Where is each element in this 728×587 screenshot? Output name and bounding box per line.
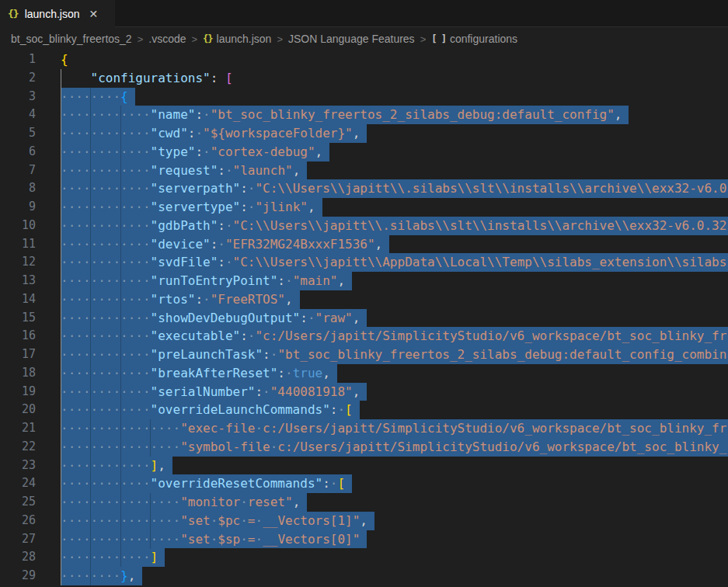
code-line[interactable]: 3········{: [0, 88, 728, 106]
line-number: 21: [0, 419, 36, 438]
code-line[interactable]: 20············"overrideLaunchCommands":·…: [0, 401, 728, 419]
code-line[interactable]: 18············"breakAfterReset":·true,: [0, 364, 728, 383]
code-line[interactable]: 4············"name":·"bt_soc_blinky_free…: [0, 106, 728, 124]
line-content: ················"monitor·reset",: [61, 493, 307, 512]
selection-highlight: ············"gdbPath":·"C:\\Users\\japit…: [61, 217, 728, 235]
code-line[interactable]: 9············"servertype":·"jlink",: [0, 198, 728, 217]
line-content: ············"showDevDebugOutput":·"raw",: [61, 309, 367, 328]
code-line[interactable]: 10············"gdbPath":·"C:\\Users\\jap…: [0, 217, 728, 235]
line-content: ············"executable":·"c:/Users/japi…: [61, 327, 728, 346]
code-line[interactable]: 8············"serverpath":·"C:\\Users\\j…: [0, 179, 728, 198]
breadcrumb-label: launch.json: [217, 33, 272, 45]
tab-launch-json[interactable]: {} launch.json ✕: [0, 0, 115, 27]
code-line[interactable]: 24············"overrideResetCommands":·[: [0, 474, 728, 493]
tab-title: launch.json: [25, 8, 80, 20]
code-line[interactable]: 13············"runToEntryPoint":·"main",: [0, 272, 728, 290]
line-content: ············"svdFile":·"C:\\Users\\japit…: [61, 253, 728, 272]
indent-guide: [61, 69, 61, 585]
line-content: ············"servertype":·"jlink",: [61, 198, 322, 217]
breadcrumb-item[interactable]: bt_soc_blinky_freertos_2: [11, 33, 132, 45]
indent-guide: [150, 493, 151, 548]
selection-highlight: ············"showDevDebugOutput":·"raw",: [61, 309, 367, 328]
line-number: 29: [0, 567, 36, 585]
line-content: ········{: [61, 88, 135, 106]
code-line[interactable]: 5············"cwd":·"${workspaceFolder}"…: [0, 124, 728, 143]
line-number: 2: [0, 69, 36, 88]
line-number: 14: [0, 290, 36, 309]
code-line[interactable]: 26················"set·$pc·=·__Vectors[1…: [0, 512, 728, 530]
line-content: ············"overrideResetCommands":·[: [61, 474, 352, 493]
line-number: 26: [0, 512, 36, 530]
selection-highlight: ············"device":·"EFR32MG24BxxxF153…: [61, 235, 389, 254]
code-line[interactable]: 21················"exec-file·c:/Users/ja…: [0, 419, 728, 438]
line-number: 10: [0, 217, 36, 235]
line-content: ············"cwd":·"${workspaceFolder}",: [61, 124, 367, 143]
chevron-right-icon: >: [277, 33, 283, 45]
selection-highlight: ············],: [61, 457, 172, 475]
selection-highlight: ············"runToEntryPoint":·"main",: [61, 272, 352, 290]
selection-highlight: ················"set·$pc·=·__Vectors[1]"…: [61, 512, 374, 530]
tab-close-icon[interactable]: ✕: [89, 8, 98, 20]
code-line[interactable]: 7············"request":·"launch",: [0, 162, 728, 180]
code-line[interactable]: 16············"executable":·"c:/Users/ja…: [0, 327, 728, 346]
line-content: ············]: [61, 548, 165, 567]
line-content: ············"gdbPath":·"C:\\Users\\japit…: [61, 217, 728, 235]
code-line[interactable]: 12············"svdFile":·"C:\\Users\\jap…: [0, 253, 728, 272]
code-line[interactable]: 22················"symbol-file·c:/Users/…: [0, 438, 728, 457]
selection-highlight: ········},: [61, 567, 142, 585]
line-number: 22: [0, 438, 36, 457]
json-file-icon: {}: [8, 8, 19, 19]
selection-highlight: ············"overrideLaunchCommands":·[: [61, 401, 360, 419]
indent-guide: [90, 88, 91, 586]
line-content: ················"set·$sp·=·__Vectors[0]": [61, 530, 367, 549]
breadcrumb-label: bt_soc_blinky_freertos_2: [11, 33, 132, 45]
line-number: 25: [0, 493, 36, 512]
selection-highlight: ················"exec-file·c:/Users/japi…: [61, 419, 728, 438]
json-file-icon: {}: [203, 33, 212, 44]
code-line[interactable]: 1{: [0, 50, 728, 69]
line-content: ················"set·$pc·=·__Vectors[1]"…: [61, 512, 374, 530]
code-line[interactable]: 29········},: [0, 567, 728, 585]
line-content: ············"serialNumber":·"440081918",: [61, 383, 367, 401]
code-line[interactable]: 14············"rtos":·"FreeRTOS",: [0, 290, 728, 309]
chevron-right-icon: >: [192, 33, 198, 45]
line-content: ············"name":·"bt_soc_blinky_freer…: [61, 106, 629, 124]
line-content: ············"runToEntryPoint":·"main",: [61, 272, 352, 290]
code-line[interactable]: 2 "configurations": [: [0, 69, 728, 88]
line-number: 12: [0, 253, 36, 272]
code-line[interactable]: 23············],: [0, 457, 728, 475]
selection-highlight: ············"cwd":·"${workspaceFolder}",: [61, 124, 367, 143]
breadcrumb-item[interactable]: .vscode: [148, 33, 186, 45]
code-line[interactable]: 19············"serialNumber":·"440081918…: [0, 383, 728, 401]
line-number: 9: [0, 198, 36, 217]
breadcrumb-item[interactable]: [ ]configurations: [431, 33, 517, 45]
line-content: ············"type":·"cortex-debug",: [61, 143, 329, 162]
code-line[interactable]: 27················"set·$sp·=·__Vectors[0…: [0, 530, 728, 549]
array-icon: [ ]: [431, 33, 446, 44]
code-line[interactable]: 11············"device":·"EFR32MG24BxxxF1…: [0, 235, 728, 254]
code-line[interactable]: 25················"monitor·reset",: [0, 493, 728, 512]
line-number: 3: [0, 88, 36, 106]
selection-highlight: ················"monitor·reset",: [61, 493, 307, 512]
line-content: ············"preLaunchTask":·"bt_soc_bli…: [61, 346, 728, 364]
code-line[interactable]: 17············"preLaunchTask":·"bt_soc_b…: [0, 346, 728, 364]
selection-highlight: ············"servertype":·"jlink",: [61, 198, 322, 217]
indent-guide: [150, 419, 151, 457]
code-line[interactable]: 15············"showDevDebugOutput":·"raw…: [0, 309, 728, 328]
code-line[interactable]: 6············"type":·"cortex-debug",: [0, 143, 728, 162]
line-number: 13: [0, 272, 36, 290]
line-number: 24: [0, 474, 36, 493]
line-number: 6: [0, 143, 36, 162]
line-number: 4: [0, 106, 36, 124]
line-number: 18: [0, 364, 36, 383]
selection-highlight: ········{: [61, 88, 135, 106]
line-content: ············"rtos":·"FreeRTOS",: [61, 290, 300, 309]
line-content: "configurations": [: [61, 69, 233, 88]
editor[interactable]: 1{2 "configurations": [3········{4······…: [0, 50, 728, 587]
code-line[interactable]: 28············]: [0, 548, 728, 567]
breadcrumb-item[interactable]: JSON Language Features: [288, 33, 415, 45]
breadcrumb-item[interactable]: {}launch.json: [203, 33, 271, 45]
selection-highlight: ············]: [61, 548, 165, 567]
selection-highlight: ············"serverpath":·"C:\\Users\\ja…: [61, 179, 728, 198]
line-content: {: [61, 50, 68, 69]
